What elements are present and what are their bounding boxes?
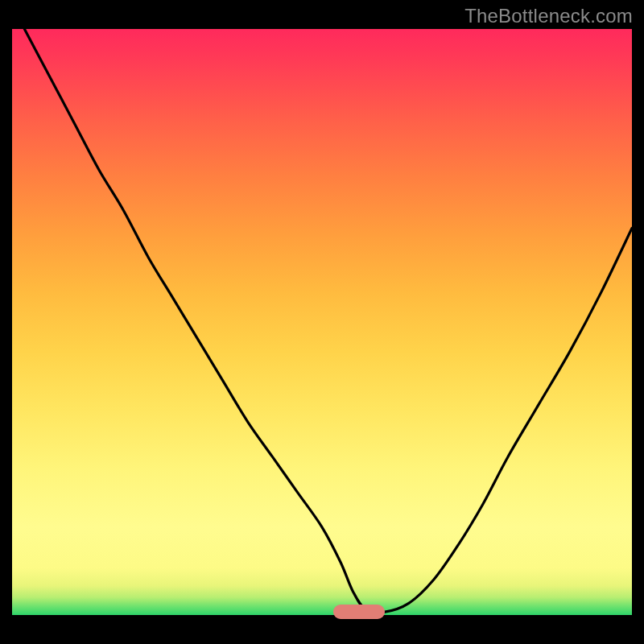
plot-area bbox=[12, 29, 632, 615]
chart-frame: TheBottleneck.com bbox=[0, 0, 644, 644]
watermark-text: TheBottleneck.com bbox=[464, 5, 633, 27]
optimal-point-marker bbox=[333, 605, 385, 619]
bottleneck-curve bbox=[12, 29, 632, 615]
